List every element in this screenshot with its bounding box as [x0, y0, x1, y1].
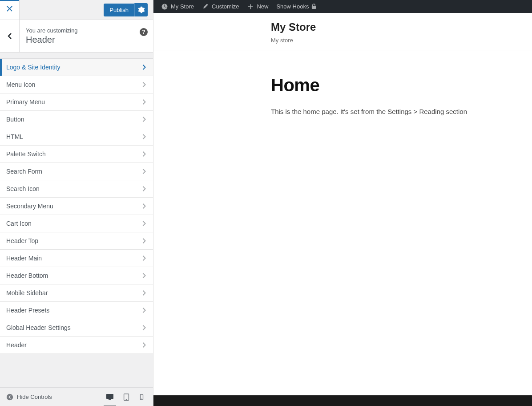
help-icon[interactable]: ? [140, 28, 148, 36]
menu-item[interactable]: Global Header Settings [0, 319, 153, 337]
tablet-icon [122, 393, 130, 401]
device-tablet[interactable] [122, 393, 130, 401]
svg-point-4 [126, 399, 126, 399]
close-button[interactable] [0, 0, 20, 20]
menu-item[interactable]: Cart Icon [0, 215, 153, 232]
menu-item[interactable]: Header [0, 337, 153, 354]
device-mobile[interactable] [138, 393, 145, 401]
svg-rect-2 [109, 399, 111, 400]
sidebar-footer: Hide Controls [0, 387, 153, 406]
site-header: My Store My store [153, 13, 532, 50]
chevron-right-icon [141, 168, 147, 175]
collapse-icon [6, 394, 13, 401]
adminbar-customize-label: Customize [212, 3, 239, 10]
menu-item[interactable]: Palette Switch [0, 146, 153, 163]
back-button[interactable] [0, 20, 20, 52]
chevron-right-icon [141, 186, 147, 192]
site-title[interactable]: My Store [271, 21, 532, 34]
menu-item[interactable]: Search Form [0, 163, 153, 180]
site-footer [153, 395, 532, 406]
chevron-right-icon [141, 99, 147, 105]
admin-bar: My Store Customize New Show Hooks [153, 0, 532, 13]
menu-item-label: Header Top [6, 237, 38, 244]
desktop-icon [105, 393, 114, 402]
publish-button[interactable]: Publish [104, 4, 134, 16]
menu-item[interactable]: Logo & Site Identity [0, 59, 153, 76]
menu-item[interactable]: Search Icon [0, 180, 153, 198]
menu-item-label: Header [6, 341, 27, 349]
plus-icon [247, 3, 254, 10]
close-icon [6, 5, 13, 12]
svg-rect-1 [106, 394, 113, 399]
adminbar-show-hooks[interactable]: Show Hooks [272, 0, 320, 13]
preview-pane: My Store Customize New Show Hooks My Sto… [153, 0, 532, 406]
menu-item-label: Mobile Sidebar [6, 289, 48, 296]
hide-controls-label: Hide Controls [17, 394, 52, 400]
chevron-right-icon [141, 238, 147, 244]
chevron-right-icon [141, 81, 147, 88]
menu-item-label: Palette Switch [6, 150, 46, 158]
menu-item[interactable]: Mobile Sidebar [0, 284, 153, 302]
site-tagline: My store [271, 37, 532, 44]
adminbar-site-name: My Store [171, 3, 194, 10]
adminbar-new-label: New [257, 3, 268, 10]
brush-icon [202, 3, 209, 10]
menu-item-label: Header Bottom [6, 272, 48, 279]
mobile-icon [138, 393, 145, 401]
adminbar-site[interactable]: My Store [157, 0, 198, 13]
customizing-label: You are customizing [26, 27, 147, 34]
menu-item-label: Search Icon [6, 185, 40, 192]
menu-item[interactable]: HTML [0, 128, 153, 146]
section-info: You are customizing Header ? [20, 23, 153, 50]
chevron-right-icon [141, 64, 147, 70]
customizer-sidebar: Publish You are customizing Header ? Log… [0, 0, 153, 406]
adminbar-customize[interactable]: Customize [198, 0, 243, 13]
chevron-right-icon [141, 116, 147, 122]
section-title: Header [26, 34, 147, 45]
menu-item[interactable]: Header Bottom [0, 267, 153, 284]
chevron-right-icon [141, 307, 147, 313]
publish-area: Publish [20, 0, 153, 20]
chevron-right-icon [141, 134, 147, 140]
page-content: Home This is the home page. It's set fro… [153, 50, 532, 115]
menu-item[interactable]: Header Top [0, 232, 153, 250]
menu-item-label: Global Header Settings [6, 324, 71, 331]
menu-item[interactable]: Secondary Menu [0, 198, 153, 215]
chevron-right-icon [141, 290, 147, 296]
dashboard-icon [161, 3, 168, 10]
section-header: You are customizing Header ? [0, 20, 153, 53]
page-body: This is the home page. It's set from the… [271, 108, 532, 115]
chevron-right-icon [141, 220, 147, 227]
menu-item[interactable]: Menu Icon [0, 76, 153, 93]
publish-settings-button[interactable] [134, 3, 148, 16]
chevron-right-icon [141, 203, 147, 209]
chevron-right-icon [141, 272, 147, 279]
hide-controls-button[interactable]: Hide Controls [4, 394, 54, 401]
menu-list: Logo & Site IdentityMenu IconPrimary Men… [0, 59, 153, 387]
chevron-right-icon [141, 255, 147, 261]
menu-item-label: Cart Icon [6, 220, 32, 227]
svg-point-6 [141, 399, 142, 399]
menu-item-label: Logo & Site Identity [6, 64, 60, 71]
chevron-right-icon [141, 151, 147, 157]
menu-item-label: Header Presets [6, 307, 49, 314]
svg-point-0 [7, 394, 13, 400]
sidebar-top: Publish [0, 0, 153, 20]
device-desktop[interactable] [105, 393, 114, 402]
chevron-right-icon [141, 342, 147, 348]
adminbar-show-hooks-label: Show Hooks [276, 3, 309, 10]
menu-item[interactable]: Primary Menu [0, 93, 153, 111]
section-spacer [0, 53, 153, 59]
chevron-right-icon [141, 325, 147, 331]
menu-item[interactable]: Header Presets [0, 302, 153, 319]
menu-item-label: Search Form [6, 168, 42, 175]
svg-rect-8 [312, 6, 316, 9]
adminbar-new[interactable]: New [243, 0, 272, 13]
menu-item[interactable]: Header Main [0, 250, 153, 267]
menu-item-label: HTML [6, 133, 23, 140]
chevron-left-icon [7, 32, 13, 40]
menu-item[interactable]: Button [0, 111, 153, 128]
gear-icon [138, 6, 145, 13]
menu-item-label: Button [6, 116, 24, 123]
menu-item-label: Primary Menu [6, 98, 45, 106]
